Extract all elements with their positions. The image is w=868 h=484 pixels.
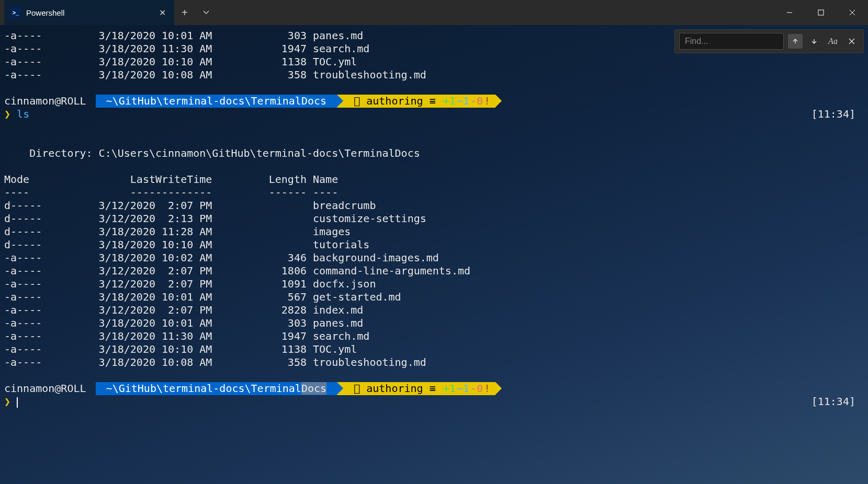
new-tab-button[interactable]: + — [174, 0, 195, 25]
tab-dropdown-button[interactable] — [195, 0, 217, 25]
close-tab-icon[interactable]: ✕ — [157, 6, 168, 20]
svg-rect-1 — [818, 10, 824, 15]
find-close-button[interactable] — [844, 34, 859, 49]
match-case-button[interactable]: Aa — [826, 34, 840, 49]
close-window-button[interactable] — [837, 0, 868, 25]
find-panel: Aa — [674, 29, 864, 53]
maximize-icon — [818, 9, 824, 16]
match-case-icon: Aa — [828, 37, 838, 46]
titlebar: >_ Powershell ✕ + — [0, 0, 868, 25]
maximize-button[interactable] — [805, 0, 837, 25]
minimize-button[interactable] — [774, 0, 805, 25]
tab-title: Powershell — [26, 8, 152, 17]
chevron-down-icon — [202, 9, 210, 16]
terminal-pane[interactable]: Aa -a---- 3/18/2020 10:01 AM 303 panes.m… — [0, 25, 868, 484]
find-prev-button[interactable] — [788, 34, 803, 49]
arrow-down-icon — [810, 38, 818, 45]
find-next-button[interactable] — [807, 34, 821, 49]
find-input[interactable] — [679, 33, 784, 50]
powershell-icon: >_ — [10, 7, 21, 18]
window-controls — [774, 0, 868, 25]
tab-powershell[interactable]: >_ Powershell ✕ — [4, 0, 174, 25]
close-icon — [848, 38, 855, 45]
arrow-up-icon — [792, 38, 799, 45]
close-icon — [849, 9, 855, 16]
terminal-output: -a---- 3/18/2020 10:01 AM 303 panes.md -… — [4, 29, 864, 408]
minimize-icon — [786, 9, 793, 16]
